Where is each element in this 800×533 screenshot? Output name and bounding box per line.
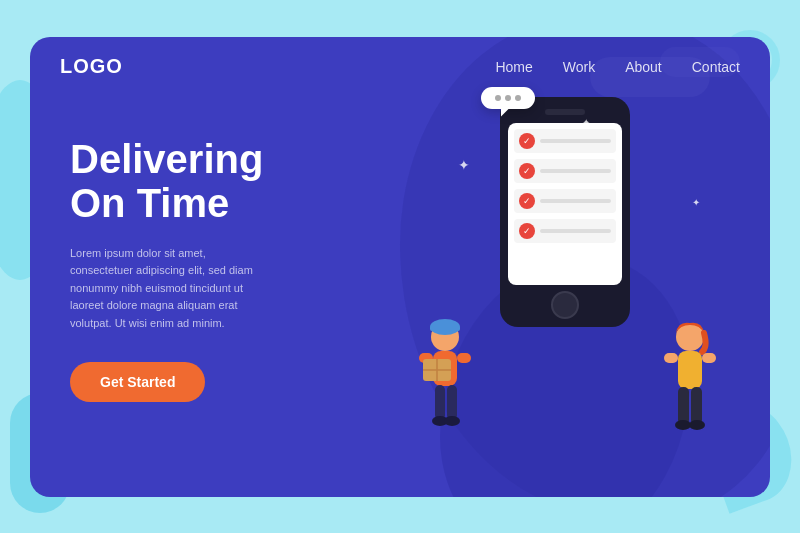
svg-rect-16 [664,353,678,363]
svg-rect-15 [702,353,716,363]
svg-point-19 [675,420,691,430]
svg-rect-10 [447,385,457,420]
checklist-item-4: ✓ [514,219,616,243]
check-icon-3: ✓ [519,193,535,209]
phone-notch [545,109,585,115]
svg-point-12 [444,416,460,426]
phone-illustration: ✓ ✓ ✓ ✓ [500,97,630,327]
nav-item-about[interactable]: About [625,58,662,76]
logo: LOGO [60,55,123,78]
sparkle-2: ✦ [582,117,590,128]
check-line-1 [540,139,611,143]
check-icon-2: ✓ [519,163,535,179]
cta-button[interactable]: Get Started [70,362,205,402]
check-icon-4: ✓ [519,223,535,239]
sparkle-3: ✦ [692,197,700,208]
nav-links: Home Work About Contact [495,58,740,76]
check-line-3 [540,199,611,203]
nav-link-work[interactable]: Work [563,59,595,75]
checklist-item-1: ✓ [514,129,616,153]
check-line-2 [540,169,611,173]
nav-link-home[interactable]: Home [495,59,532,75]
svg-rect-2 [430,326,460,331]
hero-subtext: Lorem ipsum dolor sit amet, consectetuer… [70,245,270,333]
phone-screen: ✓ ✓ ✓ ✓ [508,123,622,285]
nav-link-about[interactable]: About [625,59,662,75]
nav-link-contact[interactable]: Contact [692,59,740,75]
phone-home-button [551,291,579,319]
hero-content: Delivering On Time Lorem ipsum dolor sit… [70,137,350,403]
svg-rect-18 [691,387,702,425]
nav-item-work[interactable]: Work [563,58,595,76]
check-line-4 [540,229,611,233]
svg-rect-9 [435,385,445,420]
hero-headline: Delivering On Time [70,137,350,225]
nav-item-contact[interactable]: Contact [692,58,740,76]
customer-figure [650,317,730,457]
nav-item-home[interactable]: Home [495,58,532,76]
sparkle-1: ✦ [458,157,470,173]
svg-rect-17 [678,387,689,425]
main-card: LOGO Home Work About Contact Delivering … [30,37,770,497]
checklist-item-3: ✓ [514,189,616,213]
navbar: LOGO Home Work About Contact [30,37,770,97]
courier-figure [405,317,485,457]
svg-point-20 [689,420,705,430]
svg-rect-14 [678,351,702,389]
checklist-item-2: ✓ [514,159,616,183]
svg-rect-5 [457,353,471,363]
check-icon-1: ✓ [519,133,535,149]
